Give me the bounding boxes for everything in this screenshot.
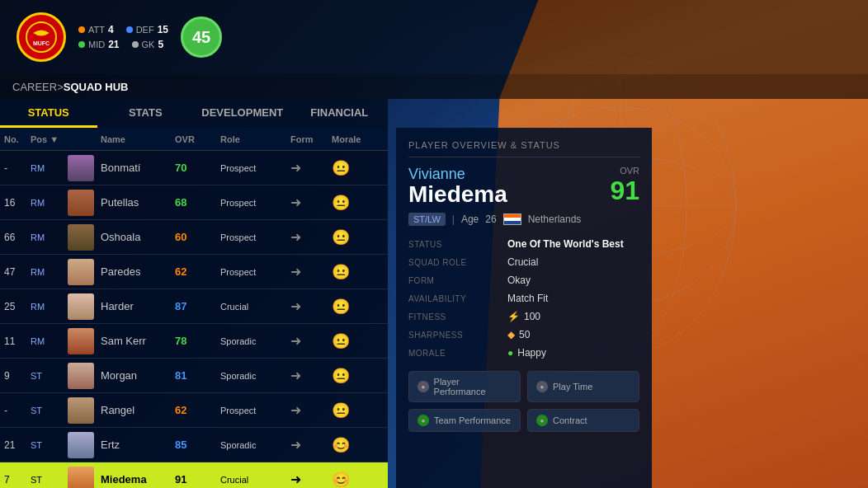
svg-text:MUFC: MUFC [33, 40, 50, 46]
heart-icon: ● [507, 347, 513, 359]
table-row[interactable]: 21 ST Ertz 85 Sporadic ➜ 😊 [0, 428, 388, 462]
fitness-value: ⚡ 100 [507, 311, 639, 322]
fitness-label: FITNESS [408, 311, 499, 322]
col-ovr: OVR [175, 134, 220, 144]
player-first-name: Vivianne [408, 166, 507, 183]
gk-label: GK [142, 40, 155, 49]
def-value: 15 [158, 24, 168, 35]
tab-stats[interactable]: STATS [97, 99, 195, 128]
morale-label: MORALE [408, 347, 499, 359]
gk-dot [132, 41, 139, 48]
overview-title: PLAYER OVERVIEW & STATUS [408, 140, 639, 157]
col-pos: Pos ▼ [31, 134, 68, 144]
playtime-icon: ● [536, 381, 548, 392]
form-label: FORM [408, 274, 499, 286]
squad-role-value: Crucial [507, 256, 639, 268]
table-row[interactable]: - ST Rangel 62 Prospect ➜ 😐 [0, 393, 388, 428]
age-label: | [452, 214, 455, 225]
team-icon: ● [417, 415, 429, 426]
detail-grid: STATUS One Of The World's Best SQUAD ROL… [408, 238, 639, 359]
col-morale: Morale [332, 134, 373, 144]
tab-development[interactable]: DEVELOPMENT [194, 99, 291, 128]
table-row[interactable]: 66 RM Oshoala 60 Prospect ➜ 😐 [0, 220, 388, 255]
ovr-label: OVR [610, 166, 639, 176]
player-age: 26 [485, 214, 496, 225]
avatar [68, 397, 94, 424]
avatar [68, 259, 94, 285]
position-badge: ST/LW [408, 213, 446, 226]
table-header: No. Pos ▼ Name OVR Role Form Morale [0, 128, 388, 151]
team-performance-button[interactable]: ● Team Performance [408, 409, 521, 432]
ovr-number: 91 [610, 176, 639, 206]
att-value: 4 [108, 24, 114, 35]
player-performance-button[interactable]: ● Player Performance [408, 371, 521, 402]
col-name: Name [101, 134, 175, 144]
contract-icon: ● [536, 415, 548, 426]
team-ovr-value: 45 [192, 28, 210, 47]
player-overview-panel: PLAYER OVERVIEW & STATUS Vivianne Miedem… [396, 128, 652, 488]
nationality: Netherlands [528, 214, 582, 225]
table-row[interactable]: 9 ST Morgan 81 Sporadic ➜ 😐 [0, 359, 388, 393]
performance-icon: ● [417, 381, 429, 392]
gk-value: 5 [158, 39, 163, 50]
svg-point-6 [26, 22, 56, 52]
breadcrumb-career: CAREER [12, 81, 57, 93]
table-row[interactable]: 11 RM Sam Kerr 78 Sporadic ➜ 😐 [0, 324, 388, 359]
status-label: STATUS [408, 238, 499, 250]
avatar [68, 328, 94, 354]
breadcrumb-separator: > [57, 81, 64, 93]
form-value: Okay [507, 274, 639, 286]
sharpness-value: ◆ 50 [507, 329, 639, 340]
netherlands-flag [503, 214, 521, 225]
tab-status[interactable]: STATUS [0, 99, 97, 128]
table-row[interactable]: - RM Bonmatí 70 Prospect ➜ 😐 [0, 151, 388, 185]
att-label: ATT [88, 25, 105, 35]
col-role: Role [220, 134, 290, 144]
table-row[interactable]: 25 RM Harder 87 Crucial ➜ 😐 [0, 289, 388, 324]
avatar [68, 293, 94, 320]
player-table[interactable]: No. Pos ▼ Name OVR Role Form Morale - RM… [0, 128, 388, 488]
player-meta: ST/LW | Age 26 Netherlands [408, 213, 639, 226]
avatar [68, 363, 94, 389]
availability-label: AVAILABILITY [408, 293, 499, 304]
def-label: DEF [136, 25, 154, 35]
col-form: Form [290, 134, 332, 144]
lightning-icon: ⚡ [507, 311, 520, 322]
action-buttons: ● Player Performance ● Play Time ● Team … [408, 371, 639, 432]
tab-bar: STATUS STATS DEVELOPMENT FINANCIAL [0, 99, 388, 128]
sharpness-label: SHARPNESS [408, 329, 499, 340]
col-no: No. [4, 134, 31, 144]
club-logo: MUFC [17, 12, 66, 62]
morale-value: ● Happy [507, 347, 639, 359]
avatar [68, 190, 94, 216]
squad-stats: ATT 4 DEF 15 MID 21 GK 5 [78, 24, 168, 50]
player-name-area: Vivianne Miedema OVR 91 [408, 166, 639, 206]
att-dot [78, 26, 85, 33]
diamond-icon: ◆ [507, 329, 515, 340]
squad-role-label: SQUAD ROLE [408, 256, 499, 268]
breadcrumb: CAREER > SQUAD HUB [0, 74, 868, 99]
avatar [68, 432, 94, 458]
mid-dot [78, 41, 85, 48]
availability-value: Match Fit [507, 293, 639, 304]
team-ovr-badge: 45 [181, 16, 222, 58]
table-row-miedema[interactable]: 7 ST Miedema 91 Crucial ➜ 😊 [0, 462, 388, 488]
breadcrumb-current: SQUAD HUB [64, 81, 129, 93]
avatar [68, 224, 94, 251]
top-header: MUFC ATT 4 DEF 15 MID 21 GK [0, 0, 868, 74]
tab-financial[interactable]: FINANCIAL [291, 99, 389, 128]
age-label-text: Age [461, 214, 479, 225]
mid-value: 21 [108, 39, 119, 50]
status-value: One Of The World's Best [507, 238, 639, 250]
player-last-name: Miedema [408, 183, 507, 206]
table-row[interactable]: 47 RM Paredes 62 Prospect ➜ 😐 [0, 255, 388, 289]
mid-label: MID [88, 40, 105, 49]
contract-button[interactable]: ● Contract [527, 409, 639, 432]
table-row[interactable]: 16 RM Putellas 68 Prospect ➜ 😐 [0, 185, 388, 220]
play-time-button[interactable]: ● Play Time [527, 371, 639, 402]
avatar [68, 155, 94, 181]
def-dot [126, 26, 133, 33]
player-ovr-display: OVR 91 [610, 166, 639, 206]
avatar [68, 467, 94, 489]
